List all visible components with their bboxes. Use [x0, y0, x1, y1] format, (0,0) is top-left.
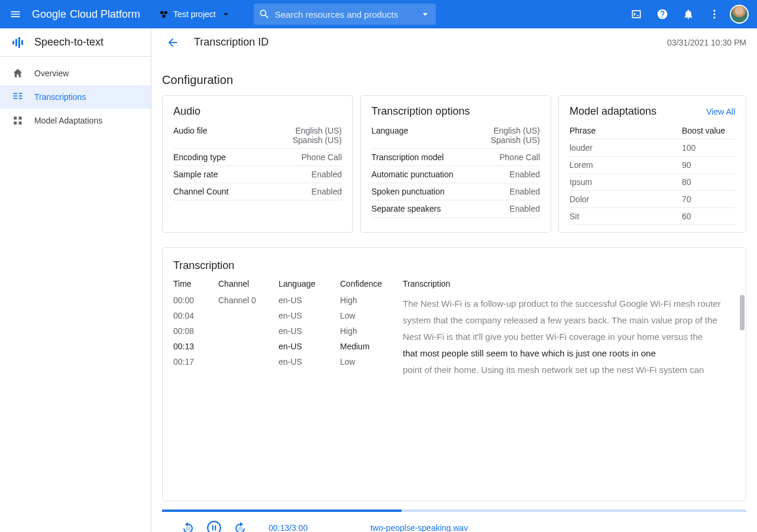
time-cell[interactable]: 00:00: [173, 296, 204, 305]
topbar-actions: [626, 4, 749, 25]
config-value: Enabled: [510, 204, 540, 213]
sidebar-item-label: Overview: [34, 69, 69, 78]
config-key: Separate speakers: [371, 204, 441, 213]
language-cell: en-US: [279, 342, 326, 351]
audio-card: Audio Audio fileEnglish (US)Spanish (US)…: [162, 95, 353, 233]
config-key: Transcription model: [371, 153, 444, 162]
search-bar[interactable]: [254, 4, 436, 25]
project-picker[interactable]: Test project: [153, 5, 237, 23]
svg-rect-12: [14, 98, 18, 99]
sidebar-item-transcriptions[interactable]: Transcriptions: [0, 85, 151, 109]
product-title-row: Speech-to-text: [0, 28, 151, 57]
model-adaptations-card: Model adaptations View All Phrase Boost …: [558, 95, 746, 233]
svg-rect-11: [14, 96, 18, 97]
model-adaptations-title: Model adaptations: [570, 105, 656, 118]
model-col-boost: Boost value: [682, 126, 735, 135]
transcription-line[interactable]: system that the company released a few y…: [403, 312, 735, 329]
brand-rest: Cloud Platform: [70, 8, 140, 21]
model-boost: 70: [682, 194, 735, 204]
transcription-line[interactable]: point of their home. Using its mesh netw…: [403, 362, 735, 378]
audio-progress-track[interactable]: [162, 510, 746, 512]
speech-to-text-icon: [11, 35, 25, 50]
model-phrase: louder: [570, 143, 682, 153]
audio-card-title: Audio: [173, 105, 200, 118]
forward-10-icon: 10: [233, 521, 247, 532]
model-boost: 60: [682, 212, 735, 221]
confidence-cell: High: [340, 296, 389, 305]
transcription-line[interactable]: The Nest Wi-Fi is a follow-up product to…: [403, 296, 735, 312]
model-phrase: Lorem: [570, 160, 682, 170]
search-dropdown-icon[interactable]: [419, 8, 431, 20]
pause-button[interactable]: [206, 520, 222, 532]
back-button[interactable]: [162, 32, 183, 53]
audio-player: 10 10 00:13/3:00 two-peoplse-speaking.wa…: [162, 512, 746, 532]
language-cell: en-US: [279, 311, 326, 320]
transcription-line[interactable]: Nest Wi-Fi is that it'll give you better…: [403, 329, 735, 345]
cloud-shell-button[interactable]: [626, 4, 647, 25]
model-row: Dolor70: [570, 191, 735, 208]
hamburger-icon: [9, 8, 21, 20]
confidence-cell: High: [340, 326, 389, 336]
svg-rect-9: [21, 40, 23, 45]
svg-rect-17: [19, 116, 22, 119]
sidebar-item-model-adaptations[interactable]: Model Adaptations: [0, 109, 151, 132]
transcriptions-icon: [11, 90, 25, 104]
config-key: Audio file: [173, 126, 208, 135]
more-menu-button[interactable]: [704, 4, 725, 25]
help-button[interactable]: [652, 4, 673, 25]
search-input[interactable]: [270, 9, 432, 20]
channel-value: Channel 0: [218, 296, 264, 305]
time-cell[interactable]: 00:17: [173, 357, 204, 366]
brand-bold: Google: [32, 8, 66, 21]
scrollbar-thumb[interactable]: [740, 295, 745, 330]
config-row: LanguageEnglish (US)Spanish (US): [371, 122, 540, 149]
time-cell[interactable]: 00:13: [173, 342, 204, 351]
model-phrase: Dolor: [570, 194, 682, 204]
config-value: English (US)Spanish (US): [293, 126, 342, 145]
transcription-title: Transcription: [173, 259, 735, 272]
player-filename[interactable]: two-peoplse-speaking.wav: [370, 523, 468, 532]
cloud-shell-icon: [630, 8, 642, 20]
chevron-down-icon: [221, 9, 231, 20]
home-icon: [11, 66, 25, 80]
time-cell[interactable]: 00:08: [173, 326, 204, 336]
model-boost: 90: [682, 160, 735, 170]
model-boost: 80: [682, 177, 735, 187]
rewind-10-button[interactable]: 10: [180, 520, 196, 532]
config-value: Enabled: [312, 170, 342, 179]
help-icon: [656, 8, 668, 20]
time-cell[interactable]: 00:04: [173, 311, 204, 320]
sidebar-item-label: Model Adaptations: [34, 116, 102, 125]
svg-rect-18: [14, 122, 17, 125]
transcription-line[interactable]: that most people still seem to have whic…: [403, 345, 735, 362]
more-vert-icon: [709, 8, 720, 20]
notifications-button[interactable]: [678, 4, 699, 25]
configuration-title: Configuration: [162, 73, 746, 87]
col-language: Language: [279, 279, 326, 288]
hamburger-menu-button[interactable]: [5, 4, 26, 25]
svg-rect-19: [19, 122, 22, 125]
account-avatar[interactable]: [730, 5, 749, 24]
page-timestamp: 03/31/2021 10:30 PM: [667, 38, 746, 47]
forward-10-button[interactable]: 10: [232, 520, 248, 532]
config-row: Channel CountEnabled: [173, 183, 342, 200]
model-row: Ipsum80: [570, 174, 735, 191]
svg-rect-22: [215, 525, 216, 531]
player-time: 00:13/3:00: [268, 523, 308, 532]
brand: Google Cloud Platform: [32, 8, 140, 21]
col-time: Time: [173, 279, 204, 288]
sidebar-item-overview[interactable]: Overview: [0, 61, 151, 85]
confidence-cell: Medium: [340, 342, 389, 351]
model-phrase: Sit: [570, 212, 682, 221]
view-all-link[interactable]: View All: [706, 107, 735, 116]
svg-point-3: [713, 10, 715, 12]
svg-rect-14: [19, 96, 22, 97]
config-row: Separate speakersEnabled: [371, 200, 540, 218]
model-row: Sit60: [570, 208, 735, 225]
config-key: Channel Count: [173, 187, 228, 196]
svg-rect-21: [212, 525, 213, 531]
transcription-options-title: Transcription options: [371, 105, 470, 118]
col-channel: Channel: [218, 279, 264, 288]
model-adaptations-icon: [11, 113, 25, 128]
transcription-options-card: Transcription options LanguageEnglish (U…: [360, 95, 551, 233]
